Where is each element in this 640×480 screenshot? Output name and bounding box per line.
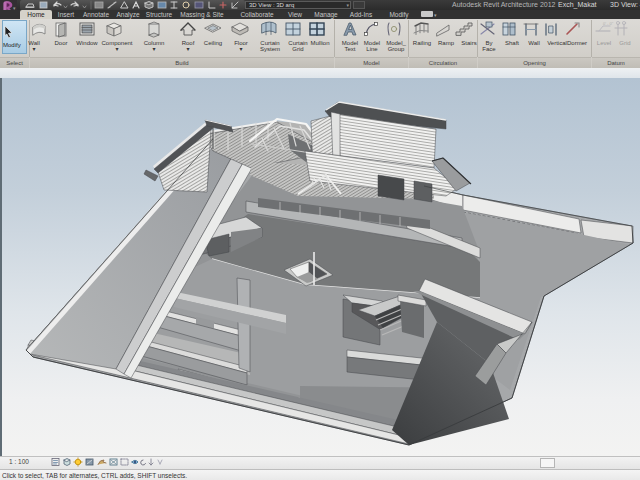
svg-text:0' - 0": 0' - 0" xyxy=(603,21,614,26)
